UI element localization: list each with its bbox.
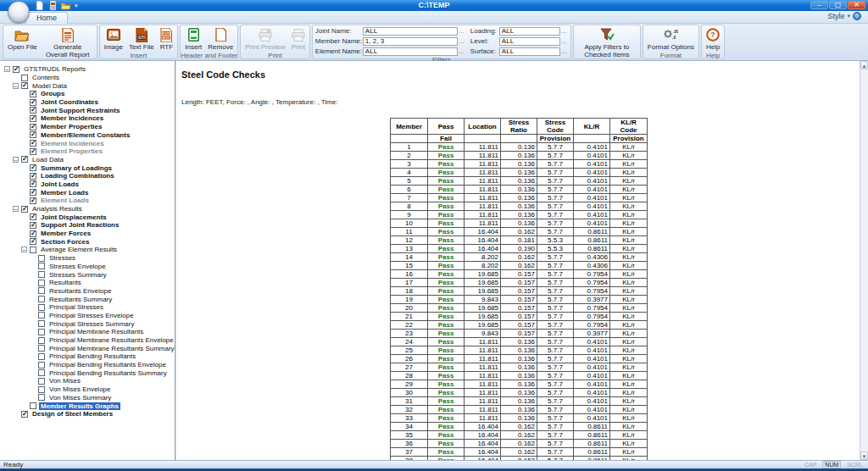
maximize-button[interactable]: ▢ [829,1,847,9]
scroll-up-icon[interactable]: ▲ [860,61,868,69]
tree-checkbox[interactable] [30,148,36,155]
tree-checkbox[interactable] [21,156,28,163]
tree-item-label[interactable]: Member Loads [39,189,90,197]
tree-item-label[interactable]: Principal Bending Resultants Summary [47,369,169,377]
tree-collapse-icon[interactable]: – [13,206,19,212]
tree-item[interactable]: Joint Displacements [2,213,175,221]
tree-item-label[interactable]: Von Mises Summary [47,394,113,402]
tree-item[interactable]: Principal Membrane Resultants Summary [2,344,175,352]
tree-item[interactable]: Section Forces [2,237,175,246]
tree-item-label[interactable]: Support Joint Reactions [39,221,120,229]
tree-collapse-icon[interactable]: – [4,66,10,72]
insert-rtf-button[interactable]: RTF RTF [158,26,175,52]
tree-checkbox[interactable] [30,222,36,229]
tree-checkbox[interactable] [30,99,36,106]
tree-item-label[interactable]: Member Results Graphs [39,402,120,410]
print-button[interactable]: Print [288,26,307,52]
style-label[interactable]: Style [827,12,844,20]
insert-text-file-button[interactable]: GTI Text File [126,26,157,52]
tree-item-label[interactable]: Resultants Envelope [47,287,113,295]
tree-checkbox[interactable] [30,180,36,187]
format-options-button[interactable]: .00.0 Format Options [645,26,697,52]
tree-item-label[interactable]: Member Incidences [39,114,105,122]
tree-item-label[interactable]: Design of Steel Members [31,410,114,418]
tree-item-label[interactable]: Load Data [31,156,65,163]
tree-item[interactable]: –Load Data [2,156,175,164]
tree-item-label[interactable]: Principal Membrane Resultants Summary [47,345,175,352]
tree-item-label[interactable]: Joint Loads [39,180,81,188]
application-menu-button[interactable] [8,1,30,23]
tree-checkbox[interactable] [38,369,45,376]
tree-item-label[interactable]: Analysis Results [31,205,84,213]
tree-item-label[interactable]: Joint Support Restraints [39,107,121,114]
tree-item-label[interactable]: Principal Bending Resultants Envelope [47,361,168,368]
tree-item-label[interactable]: Stresses Envelope [47,263,108,270]
tree-item[interactable]: Stresses Envelope [2,263,175,271]
tree-item[interactable]: Member Incidences [2,114,175,123]
tree-item[interactable]: Von Mises [2,377,175,385]
tree-item[interactable]: Groups [2,90,175,98]
report-icon[interactable] [47,1,58,10]
tree-item[interactable]: Stresses Summary [2,270,175,279]
tree-checkbox[interactable] [30,238,36,245]
tree-item[interactable]: Principal Stresses Envelope [2,312,175,320]
tree-item[interactable]: Member Loads [2,188,175,197]
member-name-more-button[interactable]: ... [458,37,465,45]
tree-item-label[interactable]: Von Mises Envelope [47,385,113,393]
tree-item[interactable]: Element Loads [2,197,175,205]
apply-filters-button[interactable]: Apply Filters to Checked Items [576,26,638,59]
minimize-button[interactable]: – [810,1,828,9]
loading-input[interactable] [499,27,560,36]
insert-header-footer-button[interactable]: Insert [182,26,204,52]
tree-item[interactable]: Principal Bending Resultants Summary [2,368,175,377]
remove-header-footer-button[interactable]: Remove [205,26,236,52]
tree-item-label[interactable]: Contents [31,74,61,81]
tree-item[interactable]: –GTSTRUDL Reports [2,65,175,74]
tree-checkbox[interactable] [30,197,36,204]
tree-item-label[interactable]: Element Incidences [39,140,106,147]
tree-item-label[interactable]: Section Forces [39,238,91,246]
tree-collapse-icon[interactable]: – [13,83,19,89]
tree-item-label[interactable]: Stresses Summary [47,271,108,279]
tree-item[interactable]: Element Properties [2,147,175,156]
tree-checkbox[interactable] [21,206,28,213]
tree-checkbox[interactable] [38,378,45,385]
surface-input[interactable] [499,47,560,56]
tree-checkbox[interactable] [30,140,36,147]
tree-item-label[interactable]: Principal Stresses Envelope [47,312,136,319]
tree-item[interactable]: Von Mises Envelope [2,385,175,394]
generate-overall-report-button[interactable]: Generate Overall Report [41,26,95,59]
tree-checkbox[interactable] [30,402,36,409]
tree-checkbox[interactable] [30,164,36,171]
tree-checkbox[interactable] [30,131,36,138]
tree-item-label[interactable]: Von Mises [47,377,82,385]
tree-item-label[interactable]: Average Element Results [39,246,119,253]
tree-checkbox[interactable] [21,411,28,418]
tree-item-label[interactable]: Principal Membrane Resultants [47,328,145,335]
tree-item[interactable]: Principal Membrane Resultants [2,328,175,336]
tree-item[interactable]: Summary of Loadings [2,163,175,172]
tree-checkbox[interactable] [38,362,45,368]
tree-checkbox[interactable] [30,247,36,253]
print-preview-button[interactable]: Print Preview [242,26,287,52]
qat-dropdown-icon[interactable]: ▾ [75,3,78,9]
open-folder-icon[interactable] [61,1,71,10]
tree-item[interactable]: Principal Stresses [2,303,175,312]
element-name-input[interactable] [363,47,458,56]
style-help-icon[interactable]: ? [853,12,861,20]
style-dropdown-icon[interactable]: ▾ [847,13,850,19]
tree-checkbox[interactable] [38,255,45,262]
scroll-down-icon[interactable]: ▼ [860,452,868,460]
tree-item[interactable]: Member Results Graphs [2,402,175,410]
tree-item-label[interactable]: Summary of Loadings [39,164,114,172]
tree-item[interactable]: Principal Bending Resultants [2,352,175,361]
tree-item-label[interactable]: Resultants Summary [47,296,114,303]
tree-checkbox[interactable] [30,230,36,237]
tree-item-label[interactable]: Groups [39,90,66,97]
element-name-more-button[interactable]: ... [458,47,465,55]
tree-item[interactable]: Contents [2,74,175,82]
tree-checkbox[interactable] [30,213,36,220]
tree-checkbox[interactable] [30,91,36,97]
loading-more-button[interactable]: ... [560,27,568,35]
tree-item[interactable]: Support Joint Reactions [2,221,175,230]
